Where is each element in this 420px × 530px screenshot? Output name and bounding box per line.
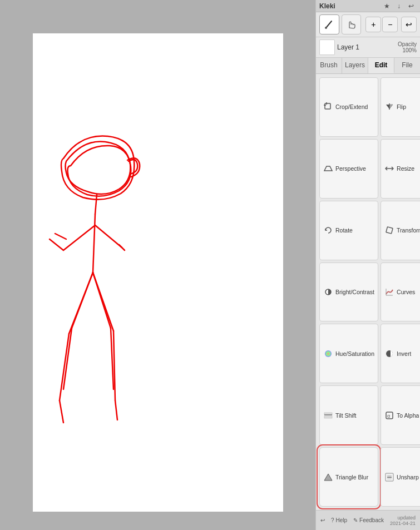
bright-contrast-label: Bright/Contrast <box>335 289 374 295</box>
svg-line-3 <box>50 239 63 250</box>
updated-label: updated <box>390 515 416 521</box>
undo-bottom-icon: ↩ <box>320 517 325 523</box>
edit-grid: Crop/ExtendFlipPerspectiveResizeRotateTr… <box>316 74 420 510</box>
svg-text:α: α <box>387 413 390 419</box>
svg-point-30 <box>325 350 332 357</box>
flip-icon <box>384 102 394 112</box>
edit-btn-tilt-shift[interactable]: Tilt Shift <box>319 385 378 445</box>
right-panel: Kleki ★ ↓ ↩ + − ↩ Layer 1 Opacity 10 <box>315 0 420 530</box>
opacity-value: 100% <box>398 47 417 53</box>
svg-line-13 <box>113 331 115 400</box>
brush-tool-button[interactable] <box>319 14 339 34</box>
invert-icon <box>384 349 394 359</box>
svg-rect-26 <box>386 227 393 234</box>
tab-brush[interactable]: Brush <box>316 58 342 73</box>
svg-marker-38 <box>324 474 332 481</box>
transform-icon <box>384 225 394 235</box>
crop-icon <box>323 102 333 112</box>
zoom-out-button[interactable]: − <box>382 17 398 32</box>
feedback-button[interactable]: ✎ Feedback <box>353 517 384 523</box>
edit-btn-hue-saturation[interactable]: Hue/Saturation <box>319 324 378 383</box>
tilt-shift-label: Tilt Shift <box>335 412 357 419</box>
to-alpha-icon: α <box>384 410 394 420</box>
curves-icon <box>384 287 394 297</box>
feedback-icon: ✎ <box>353 517 358 523</box>
perspective-icon <box>323 164 333 174</box>
edit-btn-invert[interactable]: Invert <box>381 324 420 383</box>
updated-date: 2021-04-21 <box>390 521 416 526</box>
tab-edit[interactable]: Edit <box>368 58 394 73</box>
crop-label: Crop/Extend <box>335 103 368 110</box>
edit-btn-transform[interactable]: Transform <box>381 201 420 260</box>
hue-saturation-label: Hue/Saturation <box>335 350 374 357</box>
flip-label: Flip <box>397 103 406 110</box>
svg-line-11 <box>60 400 63 423</box>
svg-point-17 <box>325 27 327 29</box>
top-bar: Kleki ★ ↓ ↩ <box>316 0 420 12</box>
opacity-label: Opacity <box>398 41 417 47</box>
undo-button[interactable]: ↩ <box>401 17 417 32</box>
tab-file[interactable]: File <box>394 58 420 73</box>
bright-contrast-icon <box>323 287 333 297</box>
svg-line-14 <box>115 400 117 420</box>
canvas-area <box>0 0 315 530</box>
tilt-shift-icon <box>323 410 333 420</box>
rotate-icon <box>323 225 333 235</box>
edit-btn-crop[interactable]: Crop/Extend <box>319 77 378 137</box>
feedback-label: Feedback <box>359 517 384 523</box>
transform-label: Transform <box>397 227 420 234</box>
updated-info: updated 2021-04-21 <box>390 515 416 526</box>
svg-line-1 <box>93 214 95 273</box>
edit-btn-triangle-blur[interactable]: Triangle Blur <box>319 447 378 507</box>
opacity-display: Opacity 100% <box>398 41 417 53</box>
svg-line-10 <box>60 334 69 400</box>
svg-marker-24 <box>324 166 332 171</box>
edit-btn-to-alpha[interactable]: αTo Alpha <box>381 385 420 445</box>
help-button[interactable]: ? Help <box>331 517 347 523</box>
hand-tool-button[interactable] <box>342 14 362 34</box>
edit-btn-unsharp-mask[interactable]: Unsharp Mask <box>381 447 420 507</box>
help-label: Help <box>336 517 348 523</box>
bottom-bar: ↩ ? Help ✎ Feedback updated 2021-04-21 <box>316 510 420 530</box>
rotate-label: Rotate <box>335 227 353 234</box>
svg-line-6 <box>63 328 72 389</box>
edit-btn-resize[interactable]: Resize <box>381 139 420 199</box>
invert-label: Invert <box>397 350 411 357</box>
edit-btn-bright-contrast[interactable]: Bright/Contrast <box>319 262 378 322</box>
unsharp-mask-label: Unsharp Mask <box>397 474 420 481</box>
edit-btn-curves[interactable]: Curves <box>381 262 420 322</box>
svg-rect-34 <box>324 416 332 418</box>
to-alpha-label: To Alpha <box>397 412 419 419</box>
drawing-canvas[interactable] <box>33 33 283 512</box>
edit-btn-flip[interactable]: Flip <box>381 77 420 137</box>
svg-rect-18 <box>325 103 330 109</box>
unsharp-mask-icon <box>384 472 394 482</box>
svg-line-9 <box>69 273 93 334</box>
undo-top-icon[interactable]: ↩ <box>406 1 417 12</box>
resize-icon <box>384 164 394 174</box>
undo-bottom-button[interactable]: ↩ <box>320 517 325 523</box>
layer-row: Layer 1 Opacity 100% <box>316 37 420 58</box>
stick-figure-svg <box>33 33 283 512</box>
triangle-blur-icon <box>323 472 333 482</box>
edit-btn-perspective[interactable]: Perspective <box>319 139 378 199</box>
tool-row: + − ↩ <box>316 12 420 37</box>
hue-saturation-icon <box>323 349 333 359</box>
svg-line-12 <box>93 273 113 331</box>
zoom-group: + − <box>365 17 398 32</box>
svg-line-0 <box>95 195 97 214</box>
edit-btn-rotate[interactable]: Rotate <box>319 201 378 260</box>
tab-layers[interactable]: Layers <box>342 58 368 73</box>
star-icon[interactable]: ★ <box>381 1 392 12</box>
curves-label: Curves <box>397 289 415 295</box>
zoom-in-button[interactable]: + <box>365 17 381 32</box>
svg-line-15 <box>55 234 66 239</box>
svg-marker-21 <box>386 105 389 109</box>
nav-tabs: Brush Layers Edit File <box>316 58 420 74</box>
perspective-label: Perspective <box>335 165 366 172</box>
download-icon[interactable]: ↓ <box>393 1 404 12</box>
app-title: Kleki <box>319 2 380 10</box>
svg-line-4 <box>95 225 122 247</box>
resize-label: Resize <box>397 165 414 172</box>
svg-line-16 <box>119 245 125 250</box>
